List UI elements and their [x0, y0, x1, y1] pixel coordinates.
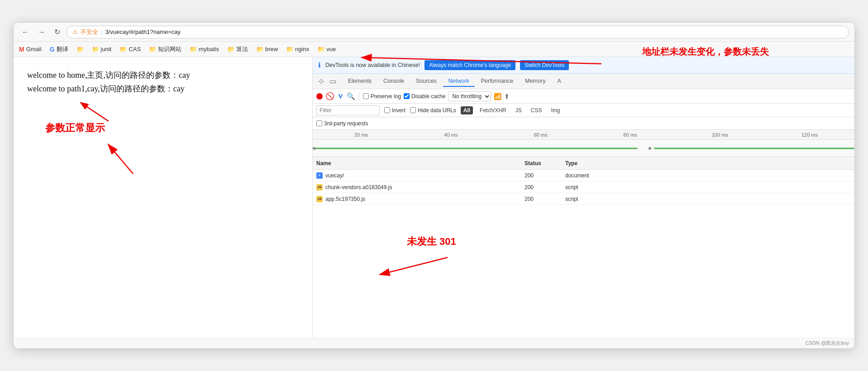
td-status-app: 200: [525, 196, 565, 202]
tab-memory[interactable]: Memory: [520, 76, 551, 87]
tab-sources[interactable]: Sources: [410, 76, 442, 87]
ruler-120ms: 120 ms: [765, 132, 854, 138]
hide-data-checkbox[interactable]: [410, 107, 416, 113]
bookmark-knowledge[interactable]: 📁 知识网站: [149, 45, 181, 53]
tab-elements[interactable]: Elements: [343, 76, 377, 87]
switch-devtools-button[interactable]: Switch DevTools: [520, 60, 569, 70]
preserve-log-label[interactable]: Preserve log: [363, 93, 401, 100]
tab-console[interactable]: Console: [378, 76, 410, 87]
tab-network[interactable]: Network: [443, 76, 475, 87]
reload-button[interactable]: ↻: [52, 26, 63, 38]
back-button[interactable]: ←: [19, 26, 32, 38]
timeline-green-bar-right: [654, 147, 854, 149]
table-header: Name Status Type: [313, 157, 854, 170]
folder-icon-vue: 📁: [317, 46, 324, 52]
third-party-text: 3rd-party requests: [324, 120, 368, 127]
bookmark-algorithm-label: 算法: [236, 45, 248, 53]
bookmark-translate-label: 翻译: [57, 45, 68, 53]
timeline-area: 20 ms 40 ms 60 ms 80 ms 100 ms 120 ms: [313, 130, 854, 157]
folder-icon-mybatis: 📁: [190, 46, 197, 52]
file-icon-js-chunk: JS: [316, 184, 323, 190]
bookmark-junit[interactable]: 📁 junit: [92, 46, 112, 52]
address-bar[interactable]: ⚠ 不安全 | 3/vuecay/#/path1?name=cay: [67, 26, 849, 38]
bookmark-cas-label: CAS: [129, 46, 141, 52]
devtools-panel: ℹ DevTools is now available in Chinese! …: [312, 57, 854, 338]
table-row[interactable]: ≡ vuecay/ 200 document: [313, 170, 854, 181]
info-icon: ℹ: [318, 61, 321, 69]
disable-cache-label[interactable]: Disable cache: [404, 93, 445, 100]
bookmark-brew[interactable]: 📁 brew: [256, 46, 278, 52]
folder-icon-cas: 📁: [119, 46, 127, 52]
csdn-footer: CSDN @凯先生boy: [14, 338, 854, 348]
table-row-app[interactable]: JS app.5c197350.js 200 script: [313, 193, 854, 205]
td-status-chunk: 200: [525, 184, 565, 190]
preserve-log-checkbox[interactable]: [363, 93, 369, 99]
bookmark-mybatis-label: mybatis: [199, 46, 219, 52]
invert-label[interactable]: Invert: [384, 107, 405, 114]
bookmark-algorithm[interactable]: 📁 算法: [227, 45, 248, 53]
folder-icon-algorithm: 📁: [227, 46, 234, 52]
disable-cache-text: Disable cache: [411, 93, 445, 100]
filter-all-button[interactable]: All: [461, 106, 473, 114]
tab-more[interactable]: A: [552, 76, 566, 87]
forward-button[interactable]: →: [35, 26, 48, 38]
devtools-tab-icons: ⊹ ▭: [316, 76, 338, 86]
third-party-checkbox[interactable]: [316, 120, 322, 126]
bookmark-mybatis[interactable]: 📁 mybatis: [190, 46, 219, 52]
file-icon-js-app: JS: [316, 196, 323, 202]
folder-icon-brew: 📁: [256, 46, 263, 52]
filter-css-button[interactable]: CSS: [529, 106, 544, 114]
bookmark-gmail-label: Gmail: [26, 46, 42, 52]
bookmark-cas[interactable]: 📁 CAS: [119, 46, 141, 52]
ruler-100ms: 100 ms: [675, 132, 765, 138]
th-status: Status: [525, 160, 565, 166]
filter-fetch-xhr-button[interactable]: Fetch/XHR: [477, 106, 509, 114]
ruler-60ms: 60 ms: [496, 132, 585, 138]
gmail-icon: M: [19, 46, 24, 53]
network-toolbar: 🚫 ⛛ 🔍 | Preserve log Disable cache No th…: [313, 89, 854, 104]
filter-img-button[interactable]: Img: [548, 106, 562, 114]
bookmark-vue[interactable]: 📁 vue: [317, 46, 336, 52]
timeline-green-bar-left: [313, 147, 638, 149]
ruler-80ms: 80 ms: [586, 132, 675, 138]
td-type-vuecay: document: [565, 172, 851, 179]
td-name-vuecay: ≡ vuecay/: [316, 172, 525, 179]
filter-js-button[interactable]: JS: [513, 106, 524, 114]
third-party-label[interactable]: 3rd-party requests: [316, 120, 368, 127]
toolbar-separator: |: [358, 91, 360, 101]
folder-icon-knowledge: 📁: [149, 46, 156, 52]
filter-input[interactable]: [316, 105, 380, 115]
ruler-40ms: 40 ms: [406, 132, 496, 138]
bookmark-vue-label: vue: [326, 46, 336, 52]
preserve-log-text: Preserve log: [371, 93, 401, 100]
match-language-button[interactable]: Always match Chrome's language: [424, 60, 515, 70]
td-name-chunk: JS chunk-vendors.a0183049.js: [316, 184, 525, 190]
bookmark-nginx[interactable]: 📁 nginx: [286, 46, 309, 52]
hide-data-text: Hide data URLs: [418, 107, 456, 114]
hide-data-label[interactable]: Hide data URLs: [410, 107, 456, 114]
folder-icon-junit: 📁: [92, 46, 99, 52]
search-icon[interactable]: 🔍: [347, 92, 355, 100]
tab-performance[interactable]: Performance: [476, 76, 519, 87]
cursor-icon[interactable]: ⊹: [316, 76, 326, 86]
bookmark-translate[interactable]: G 翻译: [50, 45, 68, 53]
disable-cache-checkbox[interactable]: [404, 93, 410, 99]
table-row-chunk[interactable]: JS chunk-vendors.a0183049.js 200 script: [313, 181, 854, 193]
filter-bar: Invert Hide data URLs All Fetch/XHR JS C…: [313, 104, 854, 117]
page-content: welcome to home,主页,访问的路径的参数：cay welcome …: [14, 57, 312, 338]
inspect-icon[interactable]: ▭: [328, 76, 338, 86]
folder-icon-1: 📁: [76, 46, 84, 52]
filter-icon[interactable]: ⛛: [337, 92, 344, 100]
devtools-tabs: ⊹ ▭ Elements Console Sources Network Per…: [313, 74, 854, 89]
invert-checkbox[interactable]: [384, 107, 390, 113]
throttling-select[interactable]: No throttling: [448, 91, 491, 101]
browser-window: ← → ↻ ⚠ 不安全 | 3/vuecay/#/path1?name=cay …: [13, 22, 855, 349]
record-button[interactable]: [316, 93, 323, 100]
upload-icon: ⬆: [504, 93, 510, 100]
bookmark-gmail[interactable]: M Gmail: [19, 46, 42, 53]
timeline-marker-left: [313, 147, 315, 150]
clear-button[interactable]: 🚫: [325, 92, 334, 100]
bookmark-placeholder[interactable]: 📁: [76, 46, 84, 52]
param-arrow-svg: [54, 94, 127, 130]
file-icon-doc: ≡: [316, 172, 323, 179]
